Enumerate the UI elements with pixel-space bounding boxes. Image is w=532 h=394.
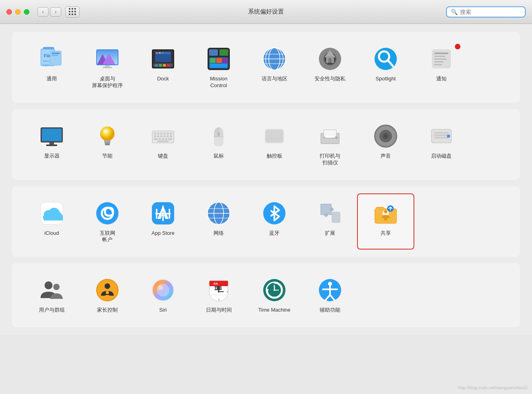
users-icon bbox=[38, 277, 65, 304]
datetime-label: 日期与时间 bbox=[206, 307, 232, 314]
pref-displays[interactable]: 显示器 bbox=[24, 117, 80, 172]
general-label: 通用 bbox=[47, 76, 57, 82]
pref-sound[interactable]: 声音 bbox=[358, 117, 414, 172]
dock-label: Dock bbox=[157, 76, 169, 82]
pref-energy[interactable]: 节能 bbox=[80, 117, 135, 172]
watermark: http://blog.csdn.net/wangyanchan21 bbox=[458, 385, 528, 390]
svg-rect-86 bbox=[162, 138, 164, 140]
notifications-icon bbox=[428, 45, 455, 72]
parental-icon bbox=[94, 277, 121, 304]
pref-notifications[interactable]: 通知 bbox=[414, 40, 469, 95]
pref-timemachine[interactable]: Time Machine bbox=[247, 271, 302, 319]
pref-users[interactable]: 用户与群组 bbox=[24, 271, 80, 319]
search-input[interactable] bbox=[460, 9, 521, 15]
pref-appstore[interactable]: App Store bbox=[135, 194, 191, 249]
pref-security[interactable]: 安全性与隐私 bbox=[302, 40, 358, 95]
svg-rect-138 bbox=[332, 212, 340, 223]
pref-printers[interactable]: 打印机与扫描仪 bbox=[302, 117, 358, 172]
pref-mission-control[interactable]: MissionControl bbox=[191, 40, 247, 95]
pref-network[interactable]: 网络 bbox=[191, 194, 247, 249]
maximize-button[interactable] bbox=[24, 9, 29, 15]
timemachine-label: Time Machine bbox=[258, 307, 290, 314]
icloud-icon bbox=[38, 200, 65, 227]
language-icon bbox=[261, 45, 288, 72]
appstore-label: App Store bbox=[151, 230, 175, 237]
internet-icon bbox=[94, 200, 121, 227]
sound-label: 声音 bbox=[381, 153, 391, 160]
svg-rect-34 bbox=[223, 58, 227, 63]
pref-parental[interactable]: 家长控制 bbox=[80, 271, 135, 319]
svg-rect-67 bbox=[105, 142, 110, 144]
svg-rect-112 bbox=[434, 132, 449, 134]
pref-mouse[interactable]: 鼠标 bbox=[191, 117, 247, 172]
close-button[interactable] bbox=[6, 9, 12, 15]
pref-language[interactable]: 语言与地区 bbox=[247, 40, 302, 95]
forward-button[interactable]: › bbox=[50, 7, 61, 17]
pref-keyboard[interactable]: 键盘 bbox=[135, 117, 191, 172]
svg-rect-89 bbox=[157, 140, 169, 142]
pref-siri[interactable]: Siri bbox=[135, 271, 191, 319]
svg-rect-21 bbox=[163, 64, 166, 66]
minimize-button[interactable] bbox=[15, 9, 21, 15]
svg-rect-62 bbox=[49, 142, 54, 144]
svg-rect-14 bbox=[105, 65, 110, 67]
svg-rect-87 bbox=[165, 138, 167, 140]
svg-point-141 bbox=[384, 210, 387, 213]
security-icon bbox=[316, 45, 344, 72]
svg-text:New: New bbox=[43, 59, 49, 63]
svg-text:JUL: JUL bbox=[213, 282, 219, 285]
svg-point-136 bbox=[324, 213, 328, 217]
section-internet: iCloud 互联网帐户 bbox=[12, 186, 520, 257]
trackpad-icon bbox=[261, 123, 288, 150]
svg-point-65 bbox=[100, 127, 115, 141]
svg-rect-8 bbox=[52, 55, 58, 56]
svg-point-143 bbox=[45, 281, 52, 289]
mission-control-icon bbox=[205, 45, 232, 72]
pref-trackpad[interactable]: 触控板 bbox=[247, 117, 302, 172]
svg-rect-57 bbox=[434, 61, 444, 62]
svg-rect-58 bbox=[434, 64, 442, 65]
icloud-label: iCloud bbox=[45, 230, 59, 237]
svg-rect-73 bbox=[157, 133, 159, 135]
pref-sharing[interactable]: 共享 bbox=[358, 194, 414, 249]
sharing-label: 共享 bbox=[381, 230, 391, 237]
section4-grid: 用户与群组 家长控制 bbox=[24, 271, 508, 319]
pref-desktop[interactable]: 桌面与屏幕保护程序 bbox=[80, 40, 135, 95]
svg-rect-78 bbox=[154, 135, 156, 137]
main-content: File New Ope 通用 bbox=[0, 24, 532, 335]
pref-dock[interactable]: Dock bbox=[135, 40, 191, 95]
trackpad-label: 触控板 bbox=[267, 153, 282, 160]
back-button[interactable]: ‹ bbox=[37, 7, 49, 17]
accessibility-label: 辅助功能 bbox=[320, 307, 340, 314]
siri-label: Siri bbox=[159, 307, 167, 314]
network-icon bbox=[205, 200, 232, 227]
pref-icloud[interactable]: iCloud bbox=[24, 194, 80, 249]
pref-general[interactable]: File New Ope 通用 bbox=[24, 40, 80, 95]
keyboard-label: 键盘 bbox=[158, 153, 168, 160]
datetime-icon: 12 3 6 JUL 18 bbox=[205, 277, 232, 304]
pref-datetime[interactable]: 12 3 6 JUL 18 bbox=[191, 271, 247, 319]
pref-internet[interactable]: 互联网帐户 bbox=[80, 194, 135, 249]
svg-point-121 bbox=[96, 202, 118, 224]
mission-control-label: MissionControl bbox=[210, 76, 227, 89]
language-label: 语言与地区 bbox=[262, 76, 287, 82]
appstore-icon bbox=[150, 200, 177, 227]
svg-point-172 bbox=[274, 289, 275, 291]
traffic-lights bbox=[6, 9, 29, 15]
pref-bluetooth[interactable]: 蓝牙 bbox=[247, 194, 302, 249]
spotlight-icon bbox=[372, 45, 399, 72]
grid-view-button[interactable] bbox=[65, 6, 80, 18]
svg-text:18: 18 bbox=[216, 285, 222, 291]
pref-spotlight[interactable]: Spotlight bbox=[358, 40, 414, 95]
pref-startup[interactable]: 启动磁盘 bbox=[414, 117, 469, 172]
svg-rect-80 bbox=[160, 135, 163, 137]
svg-rect-92 bbox=[217, 132, 220, 136]
svg-rect-33 bbox=[216, 58, 222, 63]
pref-extensions[interactable]: 扩展 bbox=[302, 194, 358, 249]
svg-point-115 bbox=[447, 135, 450, 138]
search-box[interactable]: 🔍 bbox=[446, 6, 526, 18]
svg-point-27 bbox=[162, 52, 163, 54]
pref-accessibility[interactable]: 辅助功能 bbox=[302, 271, 358, 319]
svg-rect-32 bbox=[210, 58, 216, 63]
grid-icon bbox=[69, 8, 76, 16]
